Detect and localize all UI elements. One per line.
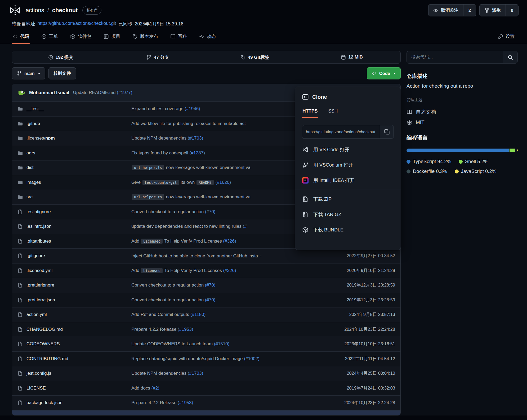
file-name[interactable]: src (26, 194, 33, 200)
tab-activity[interactable]: 动态 (199, 31, 216, 44)
avatar[interactable] (17, 89, 25, 97)
download-menu-item[interactable]: 下载 BUNDLE (295, 222, 401, 238)
file-name[interactable]: .gitignore (26, 253, 45, 258)
commit-date: 2023年10月10日 23:16:51 (344, 341, 395, 347)
stat-item[interactable]: 47 分支 (109, 51, 207, 63)
tab-settings[interactable]: 设置 (497, 31, 515, 44)
chevron-down-icon (394, 73, 396, 74)
tab-wiki[interactable]: 百科 (170, 31, 187, 44)
file-name[interactable]: action.yml (26, 312, 47, 317)
file-name[interactable]: .gitattributes (26, 239, 51, 244)
file-name[interactable]: images (26, 180, 41, 185)
repo-name-link[interactable]: checkout (52, 7, 78, 14)
file-name[interactable]: adrs (26, 150, 35, 156)
synced-time: 2025年1月9日 15:39:16 (135, 21, 184, 27)
issue-link[interactable]: (#1287) (189, 150, 205, 155)
file-name[interactable]: .licenses/npm (26, 136, 55, 141)
file-name[interactable]: CHANGELOG.md (26, 327, 63, 332)
file-name-cell: .eslintrc.json (17, 224, 131, 229)
fork-count[interactable]: 0 (506, 5, 518, 16)
file-name[interactable]: .github (26, 121, 40, 126)
tab-packages[interactable]: 软件包 (70, 31, 92, 44)
commit-date: 2024年10月23日 22:24:28 (344, 400, 395, 406)
file-name[interactable]: LICENSE (26, 386, 46, 391)
language-segment (510, 149, 515, 152)
watch-count[interactable]: 2 (463, 5, 476, 16)
clone-menu-item[interactable]: 用 VS Code 打开 (295, 142, 401, 157)
file-name[interactable]: .licensed.yml (26, 268, 52, 273)
download-menu-item[interactable]: 下载 ZIP (295, 191, 401, 207)
issue-link[interactable]: (#1953) (178, 400, 193, 405)
legend-label: Shell 5.2% (465, 159, 488, 164)
page: { "colors": { "accent": "#e8704f", "link… (0, 0, 527, 420)
tab-code[interactable]: 代码 (12, 31, 30, 44)
code-button[interactable]: Code (367, 67, 401, 79)
issue-link[interactable]: (#1946) (185, 106, 200, 111)
file-name[interactable]: CODEOWNERS (26, 341, 60, 347)
mirror-url-link[interactable]: https://github.com/actions/checkout.git (38, 21, 116, 27)
manage-topics-link[interactable]: 管理主题 (407, 97, 518, 102)
readme-link[interactable]: 自述文档 (407, 109, 518, 115)
commit-author[interactable]: Mohammad Ismail (29, 90, 69, 96)
issue-link[interactable]: (#70) (205, 283, 216, 288)
tab-projects[interactable]: 项目 (103, 31, 121, 44)
license-link[interactable]: MIT (407, 119, 518, 125)
issue-link[interactable]: (# (243, 224, 247, 229)
file-name[interactable]: .prettierignore (26, 283, 54, 288)
file-icon (17, 400, 23, 405)
legend-dot-icon (407, 169, 410, 173)
file-name[interactable]: __test__ (26, 106, 44, 111)
file-name[interactable]: jest.config.js (26, 371, 51, 376)
issue-link[interactable]: (#70) (205, 209, 216, 214)
file-name[interactable]: .eslintrc.json (26, 224, 51, 229)
issue-link[interactable]: (#1180) (190, 312, 206, 317)
issue-link[interactable]: (#1510) (214, 341, 230, 346)
unwatch-button[interactable]: 取消关注 (428, 5, 463, 16)
file-name[interactable]: dist (26, 165, 33, 170)
commit-message: Replace datadog/squid with ubuntu/squid … (131, 356, 341, 361)
file-name[interactable]: package-lock.json (26, 400, 62, 405)
clone-tab-ssh[interactable]: SSH (328, 106, 338, 118)
clone-menu-item[interactable]: 用 VSCodium 打开 (295, 157, 401, 173)
clone-url-input[interactable] (302, 125, 380, 138)
issue-link[interactable]: (#1703) (188, 136, 203, 141)
file-name[interactable]: CONTRIBUTING.md (26, 356, 68, 361)
copy-url-button[interactable] (380, 125, 394, 138)
stat-item[interactable]: 49 Git标签 (206, 51, 303, 63)
tag-icon (132, 34, 138, 39)
branch-icon (17, 71, 22, 76)
file-name[interactable]: .eslintignore (26, 209, 51, 215)
stat-item[interactable]: 192 提交 (12, 51, 109, 63)
issue-link[interactable]: (#326) (223, 239, 236, 244)
tab-releases[interactable]: 版本发布 (132, 31, 159, 44)
tab-issues[interactable]: 工单 (41, 31, 59, 44)
fork-button[interactable]: 派生 (480, 5, 506, 16)
issue-link[interactable]: (#1977) (117, 90, 132, 95)
clone-tab-https[interactable]: HTTPS (302, 106, 318, 118)
code-icon (372, 71, 377, 76)
sidebar: 仓库描述 Action for checking out a repo 管理主题… (407, 51, 518, 415)
branch-selector[interactable]: main (12, 67, 45, 79)
repo-header: actions / checkout 私有库 取消关注 2 (0, 0, 527, 16)
repo-owner-link[interactable]: actions (26, 7, 44, 14)
clone-menu-item[interactable]: IJ用 Intellij IDEA 打开 (295, 173, 401, 188)
issue-link[interactable]: (#2) (151, 386, 159, 391)
issue-link[interactable]: (#326) (223, 268, 236, 273)
unwatch-label: 取消关注 (441, 7, 458, 13)
search-input[interactable] (407, 51, 503, 63)
issue-link[interactable]: (#1953) (178, 327, 193, 332)
commit-date: 2019年7月24日 03:32:03 (347, 385, 395, 391)
issue-link[interactable]: (#1703) (188, 371, 203, 376)
issue-link[interactable]: (#70) (205, 297, 216, 302)
intellij-idea-icon: IJ (302, 177, 309, 184)
file-name-cell: .gitattributes (17, 239, 131, 244)
fork-label: 派生 (492, 7, 501, 13)
search-button[interactable] (503, 51, 517, 63)
table-row: package-lock.jsonPrepare 4.2.2 Release (… (12, 395, 400, 410)
file-name-cell: CHANGELOG.md (17, 327, 131, 332)
issue-link[interactable]: (#1620) (215, 180, 231, 185)
goto-file-button[interactable]: 转到文件 (48, 67, 76, 79)
file-name[interactable]: .prettierrc.json (26, 297, 55, 303)
issue-link[interactable]: (#1002) (244, 356, 260, 361)
download-menu-item[interactable]: 下载 TAR.GZ (295, 207, 401, 222)
